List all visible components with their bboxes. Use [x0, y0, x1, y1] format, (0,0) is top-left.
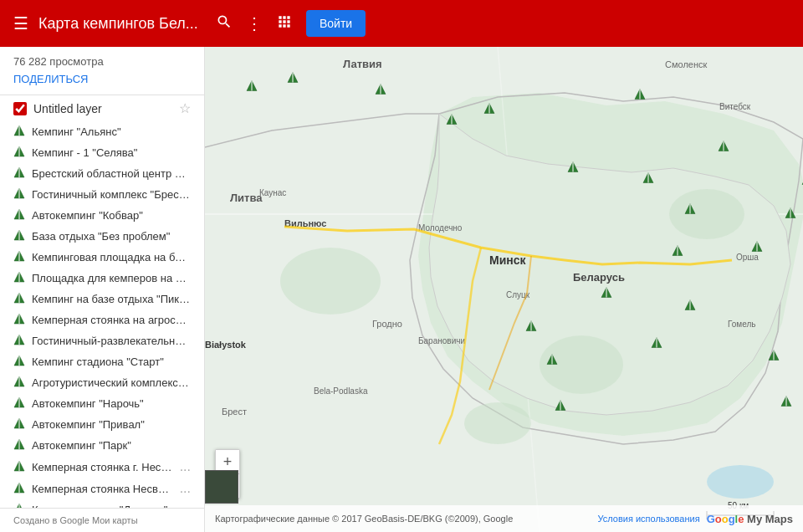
map-background: Минск Беларусь Литва Латвия Смоленск Вит…	[205, 47, 803, 532]
list-item[interactable]: Кемперная стоянка Несвижский р-н...	[0, 478, 204, 499]
svg-text:Брест: Брест	[222, 407, 247, 417]
camp-name-label: База отдыха "Без проблем"	[32, 230, 170, 243]
camp-tent-icon	[13, 396, 25, 411]
signin-button[interactable]: Войти	[306, 10, 366, 37]
list-item[interactable]: Кемперная стоянка г. Несвиж...	[0, 456, 204, 478]
google-logo: Google My Maps	[707, 513, 793, 525]
svg-text:Литва: Литва	[230, 192, 263, 204]
item-more-icon[interactable]: ...	[180, 481, 191, 496]
camp-name-label: Площадка для кемперов на базе агроуса...	[32, 272, 191, 284]
share-link[interactable]: ПОДЕЛИТЬСЯ	[13, 73, 88, 85]
camp-name-label: Кемпинг "Альянс"	[32, 125, 121, 138]
search-icon[interactable]	[216, 13, 233, 34]
camp-tent-icon	[13, 146, 25, 160]
list-item[interactable]: База отдыха "Без проблем"	[0, 226, 204, 247]
list-item[interactable]: Агротуристический комплекс "Хуторок у...…	[0, 372, 204, 393]
share-section: ПОДЕЛИТЬСЯ	[0, 71, 204, 95]
list-item[interactable]: Автокемпинг "Кобвар"	[0, 205, 204, 226]
svg-text:Гродно: Гродно	[372, 319, 402, 329]
apps-icon[interactable]	[276, 13, 293, 34]
camp-name-label: Кемперная стоянка г. Несвиж	[32, 461, 173, 473]
svg-text:Латвия: Латвия	[343, 58, 382, 70]
header-icons: ⋮ Войти	[216, 10, 366, 37]
map-attribution: Картографические данные © 2017 GeoBasis-…	[215, 514, 513, 524]
camp-tent-icon	[13, 482, 25, 496]
list-item[interactable]: Площадка для кемперов на базе агроуса...	[0, 268, 204, 289]
svg-text:Bela-Podlaska: Bela-Podlaska	[314, 386, 368, 396]
camp-name-label: Гостиничный комплекс "Брест-Интурист"	[32, 188, 191, 201]
list-item[interactable]: Кемпинг "Альянс"	[0, 121, 204, 142]
svg-text:Беларусь: Беларусь	[573, 271, 625, 284]
camp-tent-icon	[13, 208, 25, 223]
camp-name-label: Кемпинговая площадка на базе агроуса...	[32, 251, 191, 263]
camp-tent-icon	[13, 438, 25, 453]
list-item[interactable]: Автокемпинг "Нарочь"	[0, 393, 204, 414]
sidebar: 76 282 просмотра ПОДЕЛИТЬСЯ Untitled lay…	[0, 47, 205, 532]
list-item[interactable]: Кемпинг на базе отдыха "Пикник парк"	[0, 289, 204, 309]
list-item[interactable]: Кемпинг-стоянка "Дудутки"	[0, 499, 204, 508]
svg-point-53	[464, 402, 531, 444]
svg-text:Смоленск: Смоленск	[665, 59, 707, 69]
views-count: 76 282 просмотра	[0, 47, 204, 71]
list-item[interactable]: Кемпинговая площадка на базе агроуса...	[0, 247, 204, 268]
camp-tent-icon	[13, 376, 25, 390]
camp-name-label: Автокемпинг "Нарочь"	[32, 397, 144, 410]
list-item[interactable]: Брестский областной центр олимпийск...	[0, 163, 204, 184]
list-item[interactable]: Гостиничный комплекс "Брест-Интурист"	[0, 184, 204, 205]
svg-point-47	[707, 465, 774, 499]
main-content: 76 282 просмотра ПОДЕЛИТЬСЯ Untitled lay…	[0, 47, 803, 532]
items-list: Кемпинг "Альянс"Кемпинг - 1 "Селява"Брес…	[0, 121, 204, 508]
sidebar-footer: Создано в Google Мои карты	[0, 508, 204, 532]
header: ☰ Карта кемпингов Бел... ⋮ Войти	[0, 0, 803, 47]
camp-tent-icon	[13, 125, 25, 139]
camp-name-label: Кемперная стоянка Несвижский р-н	[32, 483, 173, 495]
more-icon[interactable]: ⋮	[246, 13, 263, 33]
list-item[interactable]: Кемпинг стадиона "Старт"	[0, 351, 204, 372]
svg-text:Барановичи: Барановичи	[418, 336, 465, 345]
camp-tent-icon	[13, 355, 25, 369]
svg-text:Białystok: Białystok	[205, 340, 247, 350]
camp-tent-icon	[13, 166, 25, 181]
svg-text:Орша: Орша	[736, 253, 759, 262]
svg-text:Каунас: Каунас	[259, 188, 286, 197]
list-item[interactable]: Гостиничный-развлекательный комплe...	[0, 330, 204, 351]
layer-checkbox[interactable]	[13, 102, 27, 115]
svg-point-52	[540, 335, 623, 394]
svg-point-50	[280, 248, 381, 315]
list-item[interactable]: Автокемпинг "Парк"	[0, 435, 204, 456]
menu-icon[interactable]: ☰	[13, 13, 28, 33]
camp-tent-icon	[13, 334, 25, 348]
list-item[interactable]: Кемпинг - 1 "Селява"	[0, 142, 204, 163]
camp-tent-icon	[13, 229, 25, 243]
camp-tent-icon	[13, 460, 25, 474]
camp-name-label: Агротуристический комплекс "Хуторок у...…	[32, 376, 191, 389]
list-item[interactable]: Кемперная стоянка на агросадьбе "Ник..."	[0, 309, 204, 330]
camp-name-label: Кемпинг на базе отдыха "Пикник парк"	[32, 293, 191, 305]
map-footer: Картографические данные © 2017 GeoBasis-…	[205, 505, 803, 532]
camp-name-label: Кемперная стоянка на агросадьбе "Ник..."	[32, 314, 191, 326]
camp-tent-icon	[13, 187, 25, 202]
map-container[interactable]: Минск Беларусь Литва Латвия Смоленск Вит…	[205, 47, 803, 532]
svg-point-51	[669, 189, 744, 239]
list-item[interactable]: Автокемпинг "Привал"	[0, 414, 204, 435]
layer-title: Untitled layer	[33, 102, 172, 115]
camp-name-label: Брестский областной центр олимпийск...	[32, 167, 191, 180]
layer-header: Untitled layer ☆	[0, 95, 204, 121]
page-title: Карта кемпингов Бел...	[38, 15, 206, 33]
camp-tent-icon	[13, 313, 25, 327]
camp-tent-icon	[13, 271, 25, 285]
camp-name-label: Кемпинг стадиона "Старт"	[32, 356, 164, 368]
camp-name-label: Гостиничный-развлекательный комплe...	[32, 335, 191, 347]
svg-text:Витебск: Витебск	[719, 102, 751, 111]
camp-tent-icon	[13, 417, 25, 432]
map-thumbnail[interactable]	[205, 470, 238, 504]
map-footer-right: Условия использования Google My Maps	[598, 513, 793, 525]
svg-text:Гомель: Гомель	[728, 320, 755, 329]
item-more-icon[interactable]: ...	[180, 459, 191, 474]
camp-name-label: Кемпинг - 1 "Селява"	[32, 146, 137, 159]
camp-name-label: Автокемпинг "Кобвар"	[32, 209, 143, 222]
terms-link[interactable]: Условия использования	[598, 514, 700, 524]
camp-name-label: Автокемпинг "Парк"	[32, 439, 131, 452]
star-icon[interactable]: ☆	[179, 100, 191, 116]
camp-tent-icon	[13, 250, 25, 264]
